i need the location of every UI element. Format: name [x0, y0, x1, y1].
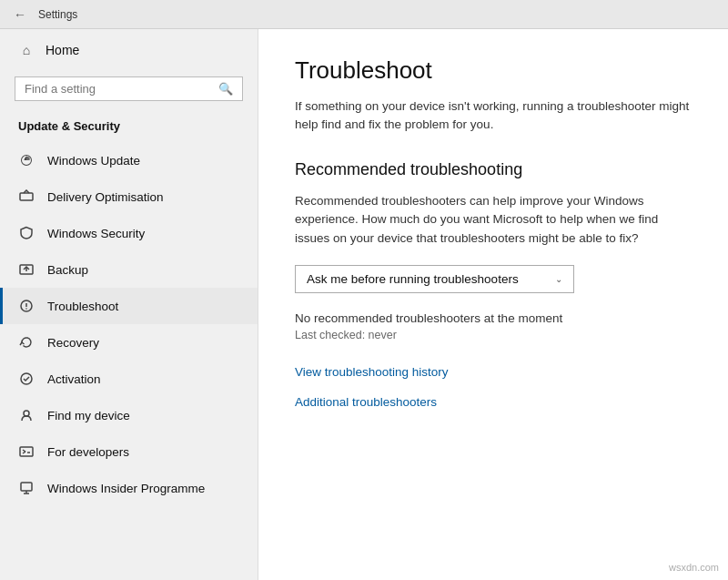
rec-section-heading: Recommended troubleshooting: [295, 160, 692, 179]
for-developers-icon: [18, 443, 35, 460]
back-button[interactable]: ←: [11, 5, 29, 24]
svg-point-5: [25, 308, 27, 310]
sidebar-item-label-recovery: Recovery: [47, 336, 99, 350]
sidebar: ⌂ Home 🔍 Update & Security Windows Updat…: [0, 29, 258, 580]
sidebar-item-home[interactable]: ⌂ Home: [0, 29, 258, 71]
svg-rect-0: [20, 193, 33, 200]
search-input[interactable]: [25, 82, 211, 96]
svg-rect-12: [21, 483, 32, 491]
svg-point-7: [24, 411, 29, 416]
delivery-optimisation-icon: [18, 188, 35, 205]
sidebar-item-label-activation: Activation: [47, 372, 101, 386]
search-icon: 🔍: [218, 82, 233, 96]
sidebar-item-recovery[interactable]: Recovery: [0, 324, 258, 361]
search-box[interactable]: 🔍: [15, 76, 243, 101]
main-content: ⌂ Home 🔍 Update & Security Windows Updat…: [0, 29, 728, 580]
home-label: Home: [46, 43, 79, 57]
additional-troubleshooters-link[interactable]: Additional troubleshooters: [295, 395, 692, 409]
no-troubleshooters-text: No recommended troubleshooters at the mo…: [295, 311, 692, 325]
windows-update-icon: [18, 152, 35, 168]
find-my-device-icon: [18, 407, 35, 423]
sidebar-item-label-windows-update: Windows Update: [47, 154, 140, 168]
svg-line-10: [23, 452, 25, 453]
sidebar-item-label-for-developers: For developers: [47, 445, 129, 459]
svg-rect-8: [20, 447, 33, 456]
sidebar-item-label-find-my-device: Find my device: [47, 409, 130, 422]
sidebar-item-for-developers[interactable]: For developers: [0, 433, 258, 470]
sidebar-item-label-windows-security: Windows Security: [47, 227, 145, 240]
sidebar-item-label-windows-insider: Windows Insider Programme: [47, 482, 205, 495]
view-history-link[interactable]: View troubleshooting history: [295, 365, 692, 379]
nav-items: Windows UpdateDelivery OptimisationWindo…: [0, 142, 258, 506]
sidebar-item-windows-security[interactable]: Windows Security: [0, 215, 258, 251]
windows-insider-icon: [18, 480, 35, 496]
recovery-icon: [18, 334, 35, 351]
section-label: Update & Security: [0, 114, 258, 142]
chevron-down-icon: ⌄: [555, 274, 562, 284]
titlebar-title: Settings: [38, 8, 77, 21]
sidebar-item-find-my-device[interactable]: Find my device: [0, 397, 258, 433]
last-checked-text: Last checked: never: [295, 329, 692, 341]
sidebar-item-backup[interactable]: Backup: [0, 251, 258, 288]
backup-icon: [18, 261, 35, 278]
titlebar: ← Settings: [0, 0, 728, 29]
sidebar-item-label-troubleshoot: Troubleshoot: [47, 300, 118, 313]
sidebar-item-delivery-optimisation[interactable]: Delivery Optimisation: [0, 178, 258, 215]
troubleshoot-icon: [18, 298, 35, 314]
home-icon: ⌂: [18, 42, 35, 58]
windows-security-icon: [18, 225, 35, 241]
sidebar-item-windows-update[interactable]: Windows Update: [0, 142, 258, 178]
dropdown-label: Ask me before running troubleshooters: [307, 272, 519, 286]
sidebar-item-windows-insider[interactable]: Windows Insider Programme: [0, 470, 258, 506]
content-area: Troubleshoot If something on your device…: [258, 29, 728, 580]
page-title: Troubleshoot: [295, 56, 692, 85]
rec-description: Recommended troubleshooters can help imp…: [295, 192, 692, 249]
sidebar-item-troubleshoot[interactable]: Troubleshoot: [0, 288, 258, 324]
sidebar-item-activation[interactable]: Activation: [0, 361, 258, 397]
sidebar-item-label-backup: Backup: [47, 263, 88, 277]
watermark: wsxdn.com: [669, 562, 719, 573]
sidebar-item-label-delivery-optimisation: Delivery Optimisation: [47, 190, 164, 204]
activation-icon: [18, 371, 35, 387]
page-description: If something on your device isn't workin…: [295, 97, 692, 135]
troubleshooter-dropdown[interactable]: Ask me before running troubleshooters ⌄: [295, 265, 574, 293]
